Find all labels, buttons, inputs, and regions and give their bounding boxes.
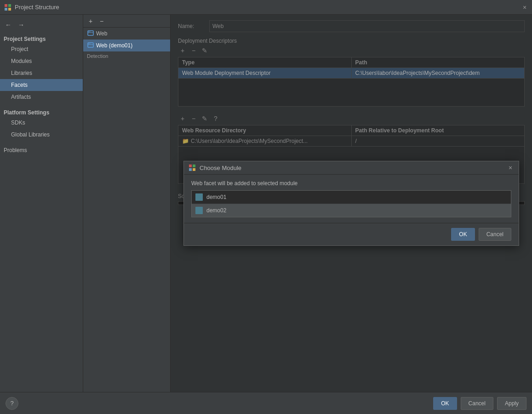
tree-toolbar: + − xyxy=(83,15,170,28)
tree-remove-button[interactable]: − xyxy=(97,17,106,26)
tree-panel: + − Web xyxy=(83,15,171,392)
sidebar-item-facets[interactable]: Facets xyxy=(0,79,83,91)
sidebar-item-label: Problems xyxy=(4,147,27,153)
sidebar: ← → Project Settings Project Modules Lib… xyxy=(0,15,83,392)
svg-rect-12 xyxy=(189,164,192,167)
window-close-button[interactable]: × xyxy=(521,4,528,11)
svg-rect-17 xyxy=(197,208,201,213)
sidebar-item-global-libraries[interactable]: Global Libraries xyxy=(0,129,83,141)
svg-point-7 xyxy=(90,31,91,32)
content-split: + − Web xyxy=(83,15,532,392)
modal-overlay: Choose Module × Web facet will be added … xyxy=(171,15,532,392)
sidebar-item-libraries[interactable]: Libraries xyxy=(0,67,83,79)
bottom-bar: ? OK Cancel Apply xyxy=(0,392,532,414)
sidebar-item-label: Artifacts xyxy=(11,94,31,100)
modal-subtitle: Web facet will be added to selected modu… xyxy=(191,180,511,187)
sidebar-nav: ← → xyxy=(0,18,83,31)
tree-section-detection: Detection xyxy=(83,51,170,61)
window-title: Project Structure xyxy=(15,4,521,11)
sidebar-item-sdks[interactable]: SDKs xyxy=(0,117,83,129)
svg-rect-15 xyxy=(193,168,195,171)
svg-rect-1 xyxy=(8,4,11,7)
choose-module-dialog: Choose Module × Web facet will be added … xyxy=(183,161,519,246)
sidebar-item-label: Modules xyxy=(11,58,32,64)
svg-rect-2 xyxy=(5,8,7,11)
svg-point-11 xyxy=(90,43,91,44)
tree-item-label: Web xyxy=(96,30,107,37)
module-label: demo01 xyxy=(206,194,226,200)
svg-rect-3 xyxy=(8,8,11,11)
module-list: demo01 demo02 xyxy=(191,190,511,217)
svg-rect-16 xyxy=(197,195,201,199)
module-demo01-icon xyxy=(195,193,203,201)
right-panel: Name: Deployment Descriptors + − ✎ xyxy=(171,15,532,392)
modal-title-bar: Choose Module × xyxy=(184,161,519,175)
platform-settings-label: Platform Settings xyxy=(0,107,83,117)
project-settings-label: Project Settings xyxy=(0,33,83,43)
modal-footer: OK Cancel xyxy=(184,223,519,245)
modal-icon xyxy=(189,164,196,171)
svg-point-10 xyxy=(88,43,89,44)
tree-add-button[interactable]: + xyxy=(86,17,95,26)
sidebar-item-artifacts[interactable]: Artifacts xyxy=(0,91,83,103)
web-demo01-icon xyxy=(87,42,94,49)
forward-button[interactable]: → xyxy=(17,20,26,29)
module-demo02-icon xyxy=(195,207,203,214)
cancel-button[interactable]: Cancel xyxy=(461,397,493,410)
sidebar-item-label: Project xyxy=(11,46,28,52)
svg-rect-14 xyxy=(189,168,192,171)
sidebar-item-label: Global Libraries xyxy=(11,131,50,138)
sidebar-item-label: SDKs xyxy=(11,119,25,126)
sidebar-item-modules[interactable]: Modules xyxy=(0,55,83,67)
title-bar: Project Structure × xyxy=(0,0,532,15)
module-label: demo02 xyxy=(206,207,226,214)
app-icon xyxy=(4,3,12,11)
svg-point-6 xyxy=(88,31,89,32)
ok-button[interactable]: OK xyxy=(433,397,457,410)
tree-item-label: Web (demo01) xyxy=(96,42,132,49)
module-item-demo02[interactable]: demo02 xyxy=(192,204,511,217)
sidebar-item-label: Libraries xyxy=(11,70,32,76)
svg-rect-13 xyxy=(193,164,195,167)
modal-body: Web facet will be added to selected modu… xyxy=(184,175,519,223)
apply-button[interactable]: Apply xyxy=(497,397,526,410)
main-area: ← → Project Settings Project Modules Lib… xyxy=(0,15,532,392)
modal-title: Choose Module xyxy=(200,164,503,171)
project-structure-window: Project Structure × ← → Project Settings… xyxy=(0,0,532,414)
modal-ok-button[interactable]: OK xyxy=(451,228,475,241)
tree-item-web-demo01[interactable]: Web (demo01) xyxy=(83,40,170,51)
sidebar-item-project[interactable]: Project xyxy=(0,43,83,55)
help-button[interactable]: ? xyxy=(6,397,18,410)
module-item-demo01[interactable]: demo01 xyxy=(192,191,511,204)
web-icon xyxy=(87,30,94,37)
back-button[interactable]: ← xyxy=(4,20,13,29)
tree-item-web[interactable]: Web xyxy=(83,28,170,40)
modal-cancel-button[interactable]: Cancel xyxy=(479,228,511,241)
modal-close-button[interactable]: × xyxy=(507,164,514,171)
sidebar-item-label: Facets xyxy=(11,82,28,88)
sidebar-item-problems[interactable]: Problems xyxy=(0,144,83,156)
svg-rect-0 xyxy=(5,4,7,7)
